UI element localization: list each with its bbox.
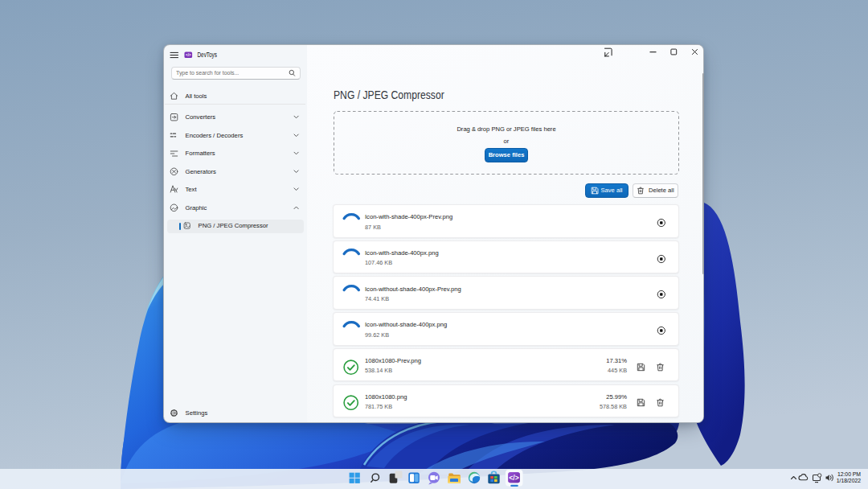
svg-text:1/18/2022: 1/18/2022 — [837, 478, 861, 483]
svg-text:</>: </> — [509, 474, 518, 482]
svg-text:</>: </> — [186, 53, 191, 57]
svg-text:12:00 PM: 12:00 PM — [837, 471, 861, 477]
svg-text:DevToys: DevToys — [198, 51, 218, 59]
